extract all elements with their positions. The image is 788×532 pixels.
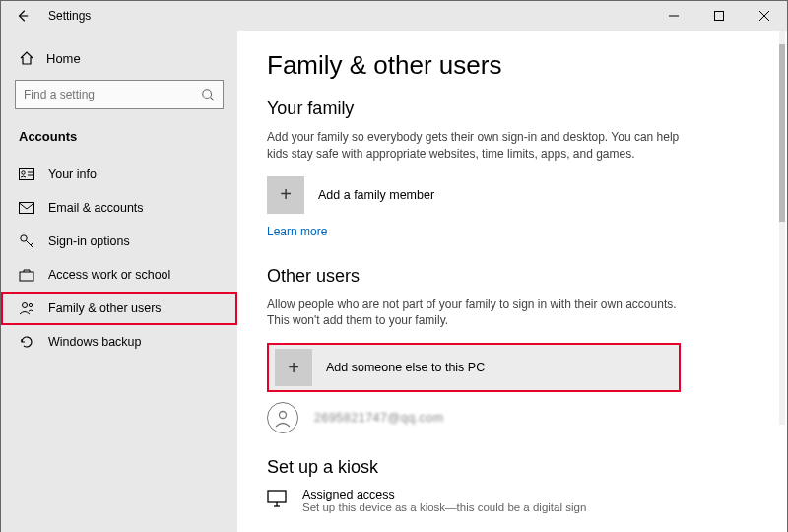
sidebar-item-label: Email & accounts	[48, 201, 144, 215]
home-label: Home	[46, 51, 81, 66]
sidebar-item-label: Your info	[48, 167, 97, 181]
learn-more-link[interactable]: Learn more	[267, 225, 327, 238]
plus-icon: +	[267, 176, 304, 214]
home-button[interactable]: Home	[1, 44, 237, 76]
sidebar: Home Accounts Your info Email & accounts…	[1, 31, 237, 532]
other-user-name: 2695821747@qq.com	[314, 411, 444, 425]
search-box[interactable]	[15, 80, 224, 109]
family-description: Add your family so everybody gets their …	[267, 129, 681, 163]
minimize-button[interactable]	[651, 1, 696, 31]
sidebar-item-your-info[interactable]: Your info	[1, 158, 237, 191]
svg-point-8	[22, 171, 25, 174]
svg-point-16	[23, 303, 28, 308]
window-title: Settings	[48, 9, 91, 23]
assigned-access-item[interactable]: Assigned access Set up this device as a …	[267, 488, 757, 513]
minimize-icon	[669, 11, 679, 21]
key-icon	[19, 233, 34, 249]
sidebar-item-label: Windows backup	[48, 335, 142, 349]
svg-rect-15	[20, 272, 33, 281]
add-family-label: Add a family member	[318, 188, 434, 202]
arrow-left-icon	[16, 9, 30, 23]
add-someone-else-label: Add someone else to this PC	[326, 361, 485, 374]
page-title: Family & other users	[267, 50, 757, 81]
sidebar-item-family-other-users[interactable]: Family & other users	[1, 292, 237, 325]
sync-icon	[19, 334, 34, 350]
sidebar-item-label: Access work or school	[48, 268, 170, 282]
other-users-description: Allow people who are not part of your fa…	[267, 297, 681, 330]
assigned-access-subtitle: Set up this device as a kiosk—this could…	[302, 501, 586, 513]
sidebar-item-label: Sign-in options	[48, 234, 130, 248]
people-icon	[19, 300, 34, 316]
content-pane: Family & other users Your family Add you…	[237, 31, 787, 532]
sidebar-item-signin-options[interactable]: Sign-in options	[1, 225, 237, 258]
other-user-row[interactable]: 2695821747@qq.com	[267, 402, 757, 433]
sidebar-item-access-work-school[interactable]: Access work or school	[1, 258, 237, 292]
svg-line-14	[31, 243, 33, 245]
add-someone-else-button[interactable]: + Add someone else to this PC	[267, 343, 681, 392]
plus-icon: +	[275, 349, 312, 386]
svg-line-6	[211, 98, 215, 101]
sidebar-item-label: Family & other users	[48, 301, 162, 315]
briefcase-icon	[19, 267, 34, 283]
svg-point-18	[280, 412, 287, 419]
svg-rect-7	[20, 169, 34, 180]
vertical-scrollbar[interactable]	[779, 31, 785, 425]
search-icon	[201, 88, 215, 101]
add-family-member-button[interactable]: + Add a family member	[267, 176, 757, 214]
assigned-access-title: Assigned access	[302, 488, 586, 501]
monitor-icon	[267, 490, 289, 507]
svg-point-17	[29, 303, 32, 306]
svg-rect-2	[715, 12, 724, 21]
section-heading-other-users: Other users	[267, 266, 757, 287]
scrollbar-thumb[interactable]	[779, 44, 785, 222]
sidebar-item-windows-backup[interactable]: Windows backup	[1, 325, 237, 359]
home-icon	[19, 50, 34, 66]
settings-window: Settings Home Accounts Your in	[0, 0, 788, 532]
maximize-button[interactable]	[696, 1, 742, 31]
search-input[interactable]	[24, 88, 201, 101]
section-heading-kiosk: Set up a kiosk	[267, 457, 757, 478]
svg-point-5	[203, 90, 212, 99]
svg-rect-19	[268, 491, 286, 502]
back-button[interactable]	[9, 2, 36, 30]
section-heading-family: Your family	[267, 99, 757, 119]
sidebar-category: Accounts	[1, 123, 237, 154]
window-body: Home Accounts Your info Email & accounts…	[1, 31, 787, 532]
titlebar: Settings	[1, 1, 787, 31]
close-button[interactable]	[742, 1, 787, 31]
close-icon	[759, 11, 769, 21]
maximize-icon	[714, 11, 724, 21]
mail-icon	[19, 200, 34, 216]
svg-point-12	[21, 235, 27, 241]
sidebar-item-email-accounts[interactable]: Email & accounts	[1, 191, 237, 225]
window-controls	[651, 1, 787, 31]
svg-rect-11	[20, 203, 34, 214]
avatar-icon	[267, 402, 298, 433]
id-card-icon	[19, 166, 34, 182]
